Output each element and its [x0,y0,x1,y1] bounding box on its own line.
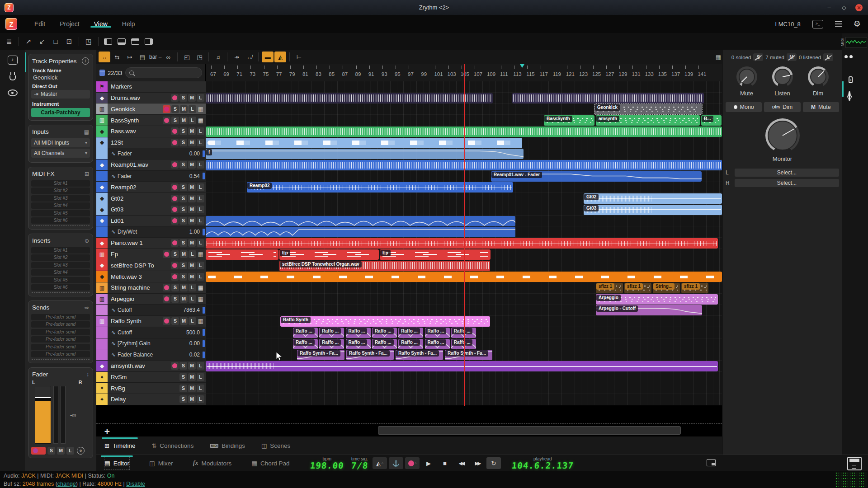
dim-knob[interactable] [808,66,829,87]
clip-raffo[interactable]: Raffo ... [372,328,397,338]
automation-row-cutoff[interactable]: ∿Cutoff500.0 [96,327,206,338]
clip-reamp02[interactable]: Reamp02 [247,182,513,192]
clip-raffo[interactable]: Raffo ... [346,339,371,349]
listen-button[interactable]: L [189,105,196,113]
snap-label[interactable]: bar – [149,54,161,60]
merge-selections-icon[interactable]: ↠ [231,52,242,62]
add-track-button[interactable]: + [102,427,112,436]
mute-button[interactable]: M [188,94,196,102]
solo-button[interactable]: S [179,127,187,135]
record-arm-button[interactable] [171,94,179,102]
clip-gt02[interactable]: Gt02 [584,193,722,204]
rewind-button[interactable]: ◀◀ [454,457,468,469]
track-search-input[interactable] [125,67,202,78]
play-button[interactable]: ▶ [421,457,436,469]
file-browser-icon[interactable]: ♪ [849,75,853,84]
clip-reamp01-wav-fader[interactable]: Reamp01.wav - Fader [491,171,702,182]
tab-modulators[interactable]: fxModulators [191,455,233,471]
automation-row-cutoff[interactable]: ∿Cutoff7863.4 [96,305,206,316]
clip-lane-13[interactable] [206,227,515,237]
listen-button[interactable]: L [197,139,204,146]
midi-inputs-dropdown[interactable]: All MIDI Inputs▾ [31,138,90,147]
mute-knob[interactable] [736,66,757,87]
track-row-reamp02[interactable]: ◆Reamp02SML [96,182,206,193]
listen-button[interactable]: L [197,206,204,213]
menu-edit[interactable]: Edit [27,20,52,28]
clip-setbfree-dsp-tonewheel-organ-wav[interactable]: setBfree DSP Tonewheel Organ.wav [279,261,490,271]
punch-anchor-button[interactable]: ⚓ [389,457,403,469]
midi-channels-dropdown[interactable]: All Channels▾ [31,149,90,158]
track-row-piano-wav-1[interactable]: ◆Piano.wav 1SML [96,238,206,249]
clip-raffo[interactable]: Raffo ... [425,339,450,349]
automation-value[interactable]: 0.00 [189,340,200,347]
panel-toggle-icon[interactable] [707,459,716,466]
clip-raffo-synth-fa[interactable]: Raffo Synth - Fa... [297,350,344,360]
mute-button[interactable]: M [180,250,188,258]
mute-button[interactable]: M [188,373,196,381]
midi-fx-slot-5[interactable]: Slot #5 [31,210,90,216]
playhead-display[interactable]: 104.6.2.137 [511,461,574,470]
listen-button[interactable]: L [197,362,204,370]
automation-mode-indicator[interactable] [203,150,205,157]
mute-button[interactable]: M [188,273,196,281]
output-l-select-button[interactable]: Select... [735,169,839,177]
insert-slot-1[interactable]: Slot #1 [31,247,90,253]
record-arm-button[interactable] [163,317,170,325]
solo-button[interactable]: S [171,317,179,325]
tab-chord-pad[interactable]: ▦Chord Pad [250,455,291,471]
solo-button[interactable]: S [171,105,179,113]
loop-marker[interactable] [520,64,524,68]
toggle-bottom-panel-icon[interactable] [115,36,128,47]
clip-amsynth[interactable]: amsynth [596,115,700,126]
clip-raffo[interactable]: Raffo ... [319,339,344,349]
clip-raffo[interactable]: Raffo ... [319,328,344,338]
solo-button[interactable]: S [179,206,187,213]
mute-button[interactable]: M [188,161,196,169]
solo-button[interactable]: S [179,362,187,370]
automation-mode-indicator[interactable] [203,340,205,347]
mute-button[interactable]: M [188,183,196,191]
solo-button[interactable]: S [179,239,187,247]
tab-bindings[interactable]: MIDIBindings [210,436,245,455]
automation-mode-indicator[interactable] [203,329,205,336]
mute-button[interactable]: M [57,447,65,455]
automation-value[interactable]: 0.00 [189,150,200,157]
solo-button[interactable]: S [179,94,187,102]
track-row-amsynth-wav[interactable]: ◆amsynth.wavSML [96,361,206,372]
clip-raffo-synth-fa[interactable]: Raffo Synth - Fa... [346,350,394,360]
clip-b[interactable]: B... [701,115,722,126]
automation-row-fader-balance[interactable]: ∿Fader Balance0.02 [96,349,206,361]
maximize-button[interactable]: ◇ [840,4,848,11]
output-r-select-button[interactable]: Select... [735,179,839,187]
clip-lane-15[interactable] [206,249,278,260]
tab-editor[interactable]: ▤Editor [103,455,131,471]
metronome-button[interactable]: ◭^ [373,457,387,469]
record-arm-button[interactable] [171,139,179,146]
musical-mode-icon[interactable]: ♫ [212,52,224,62]
plugin-inspector-icon[interactable] [7,70,19,82]
solo-button[interactable]: S [171,295,179,303]
solo-button[interactable]: S [179,139,187,146]
menu-project[interactable]: Project [52,20,87,28]
solo-button[interactable]: S [171,117,179,124]
listen-button[interactable]: L [189,317,196,325]
zoom-fit-icon[interactable]: ↔ [99,52,110,62]
track-row-arpeggio[interactable]: ▥ArpeggioSML▦ [96,294,206,305]
piano-roll-icon[interactable]: ▦ [197,117,204,124]
track-row-rvbg[interactable]: ✦RvBgSML [96,383,206,394]
preferences-gear-icon[interactable]: ⚙ [854,19,861,29]
clip-raffo[interactable]: Raffo ... [293,339,318,349]
mute-button[interactable]: M [188,395,196,403]
listen-knob[interactable] [772,66,793,87]
automation-value[interactable]: 0.02 [189,352,200,358]
record-arm-button[interactable] [171,262,179,269]
stop-button[interactable]: ■ [438,457,452,469]
automation-row-fader[interactable]: ∿Fader0.54 [96,171,206,182]
hamburger-menu-icon[interactable] [835,21,842,27]
track-row-ep[interactable]: ▥EpSML▦ [96,249,206,260]
toggle-right-panel-icon[interactable] [142,36,155,47]
clip-sfizz-1[interactable]: sfizz 1 [681,283,708,293]
toggle-top-panel-icon[interactable] [129,36,142,47]
listen-button[interactable]: L [189,117,196,124]
instrument-plugin-button[interactable]: Carla-Patchbay [31,108,90,117]
